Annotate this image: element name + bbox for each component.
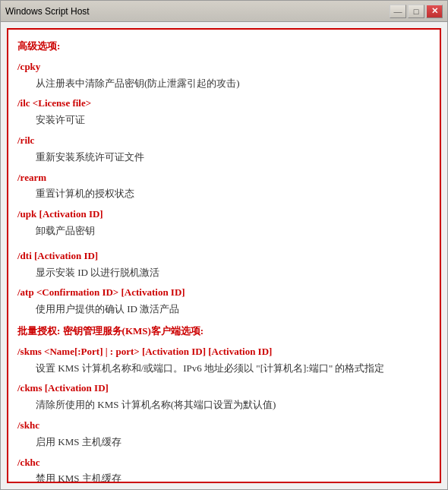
close-button[interactable]: ✕	[426, 5, 443, 18]
description-line: 设置 KMS 计算机名称和/或端口。IPv6 地址必须以 "[计算机名]:端口"…	[17, 361, 431, 377]
description-line: 启用 KMS 主机缓存	[17, 435, 431, 450]
content-area: 高级选项:/cpky从注册表中清除产品密钥(防止泄露引起的攻击)/ilc <Li…	[1, 22, 447, 489]
section-header: 批量授权: 密钥管理服务(KMS)客户端选项:	[17, 324, 431, 340]
content-box: 高级选项:/cpky从注册表中清除产品密钥(防止泄露引起的攻击)/ilc <Li…	[7, 28, 441, 483]
command-line: /ckhc	[17, 455, 431, 471]
command-line: /dti [Activation ID]	[17, 248, 431, 264]
window: Windows Script Host — □ ✕ 高级选项:/cpky从注册表…	[0, 0, 448, 490]
title-bar: Windows Script Host — □ ✕	[1, 1, 447, 22]
command-line: /cpky	[17, 59, 431, 75]
description-line: 重新安装系统许可证文件	[17, 150, 431, 166]
spacer	[17, 318, 431, 322]
command-line: /skms <Name[:Port] | : port> [Activation…	[17, 344, 431, 360]
description-line: 显示安装 ID 以进行脱机激活	[17, 265, 431, 281]
spacer	[17, 239, 431, 244]
command-line: /atp <Confirmation ID> [Activation ID]	[17, 285, 431, 301]
description-line: 清除所使用的 KMS 计算机名称(将其端口设置为默认值)	[17, 397, 431, 413]
minimize-button[interactable]: —	[390, 5, 406, 18]
description-line: 安装许可证	[17, 112, 431, 128]
command-line: /rilc	[17, 133, 431, 149]
title-buttons: — □ ✕	[390, 5, 443, 18]
description-line: 卸载产品密钥	[17, 223, 431, 239]
description-line: 使用用户提供的确认 ID 激活产品	[17, 302, 431, 318]
description-line: 禁用 KMS 主机缓存	[17, 471, 431, 483]
command-line: /skhc	[17, 418, 431, 434]
description-line: 重置计算机的授权状态	[17, 186, 431, 202]
command-line: /upk [Activation ID]	[17, 207, 431, 223]
window-title: Windows Script Host	[5, 6, 90, 17]
maximize-button[interactable]: □	[408, 5, 424, 18]
command-line: /ilc <License file>	[17, 96, 431, 112]
section-header: 高级选项:	[17, 39, 431, 55]
description-line: 从注册表中清除产品密钥(防止泄露引起的攻击)	[17, 76, 431, 92]
command-line: /ckms [Activation ID]	[17, 381, 431, 397]
command-line: /rearm	[17, 170, 431, 186]
